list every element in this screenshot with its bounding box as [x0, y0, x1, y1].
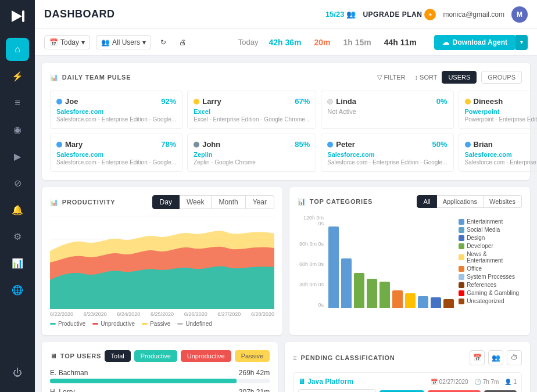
- category-bar-2: [354, 273, 364, 308]
- y-axis-label: 120h 0m 0s: [298, 215, 324, 226]
- sort-date-icon: 📅: [473, 354, 482, 362]
- pulse-app-name[interactable]: Salesforce.com: [56, 108, 176, 115]
- sidebar-item-analytics[interactable]: 📊: [6, 251, 29, 275]
- pending-users: 👤 1: [504, 379, 517, 385]
- inactive-status: Not Active: [327, 108, 447, 115]
- block-icon: ⊘: [14, 178, 22, 189]
- sidebar-item-notifications[interactable]: 🔔: [6, 198, 29, 221]
- bar: [380, 282, 390, 308]
- legend-dot: [177, 323, 183, 325]
- top-users-card: 🖥 TOP USERS Total Productive Unproductiv…: [42, 342, 278, 392]
- top-user-row: H. Lorry 207h 21m: [50, 388, 270, 392]
- home-icon: ⌂: [15, 44, 20, 55]
- sidebar-item-home[interactable]: ⌂: [6, 38, 29, 61]
- sidebar-item-lightning[interactable]: ⚡: [6, 64, 29, 88]
- bell-icon: 🔔: [12, 204, 23, 215]
- upgrade-icon: +: [424, 9, 436, 20]
- filter-icon: ▽: [377, 74, 382, 81]
- print-button[interactable]: 🖨: [176, 36, 189, 49]
- pulse-percentage: 0%: [436, 97, 448, 106]
- sidebar-item-reports[interactable]: ≡: [6, 91, 29, 114]
- users-tab[interactable]: USERS: [442, 71, 477, 84]
- legend-color-dot: [459, 290, 464, 296]
- tab-productive[interactable]: Productive: [134, 350, 177, 362]
- category-bar-1: [341, 258, 352, 308]
- tab-year[interactable]: Year: [246, 195, 274, 209]
- status-dot: [56, 99, 62, 105]
- video-icon: ▶: [14, 151, 21, 162]
- legend-label: Undefined: [185, 321, 212, 327]
- pulse-app-name[interactable]: Powerpoint: [465, 108, 538, 115]
- sort-by-users-button[interactable]: 👥: [488, 350, 503, 365]
- legend-label: Unproductive: [101, 321, 135, 327]
- bar: [431, 297, 441, 308]
- download-caret-button[interactable]: ▾: [515, 35, 528, 50]
- settings-icon: ⚙: [13, 231, 22, 242]
- row3: 🖥 TOP USERS Total Productive Unproductiv…: [42, 342, 530, 392]
- tab-day[interactable]: Day: [152, 195, 180, 209]
- status-dot: [327, 99, 333, 105]
- pulse-app-name[interactable]: Excel: [194, 108, 310, 115]
- tab-passive[interactable]: Passive: [235, 350, 270, 362]
- legend-label: Social Media: [467, 226, 500, 233]
- tab-unproductive[interactable]: Unproductive: [181, 350, 231, 362]
- sidebar-item-block[interactable]: ⊘: [6, 171, 29, 195]
- legend-label: Entertainment: [467, 218, 503, 225]
- all-users-filter-button[interactable]: 👥 All Users ▾: [96, 35, 151, 49]
- sidebar-item-globe[interactable]: 🌐: [6, 278, 29, 301]
- tab-applications[interactable]: Applications: [437, 195, 484, 208]
- pulse-grid: Joe 92% Salesforce.com Salesforce.com - …: [50, 91, 522, 172]
- user-name: H. Lorry: [50, 388, 75, 392]
- sort-by-date-button[interactable]: 📅: [470, 350, 485, 365]
- pulse-user-name: Mary: [56, 140, 83, 149]
- pulse-app-name[interactable]: Salesforce.com: [56, 151, 176, 158]
- category-legend-item: Uncategorized: [459, 298, 522, 304]
- legend-color-dot: [459, 227, 464, 233]
- category-bar-9: [443, 299, 454, 308]
- pending-app-name[interactable]: 🖥 Java Platform: [298, 377, 353, 386]
- pulse-app-name[interactable]: Salesforce.com: [465, 151, 538, 158]
- categories-chart: 120h 0m 0s90h 0m 0s60h 0m 0s30h 0m 0s0s …: [298, 215, 522, 308]
- category-legend-item: Office: [459, 265, 522, 272]
- sidebar-item-settings[interactable]: ⚙: [6, 225, 29, 248]
- groups-tab[interactable]: GROUPS: [481, 71, 522, 84]
- upgrade-plan-button[interactable]: UPGRADE PLAN +: [363, 9, 436, 20]
- category-bars: [328, 215, 454, 308]
- download-agent-button[interactable]: ☁ Download Agent: [434, 35, 515, 50]
- pulse-app-name[interactable]: Zeplin: [194, 151, 310, 158]
- category-select[interactable]: Select a Category...: [298, 389, 376, 392]
- legend-color-dot: [459, 235, 464, 241]
- sort-label[interactable]: ↕ SORT: [415, 74, 438, 81]
- refresh-button[interactable]: ↻: [157, 36, 170, 49]
- today-filter-button[interactable]: 📅 Today ▾: [44, 35, 90, 49]
- filter-label[interactable]: ▽ FILTER: [377, 74, 405, 81]
- productivity-icon: 📊: [50, 199, 59, 206]
- daily-team-pulse-card: 📊 DAILY TEAM PULSE ▽ FILTER ↕ SORT USERS…: [42, 63, 530, 180]
- x-label: 6/25/2020: [151, 311, 174, 317]
- tab-total[interactable]: Total: [105, 350, 131, 362]
- sidebar-item-power[interactable]: ⏻: [6, 361, 29, 384]
- y-axis-label: 0s: [298, 302, 324, 308]
- user-email: monica@gmail.com: [443, 10, 504, 19]
- calendar-icon: 📅: [49, 38, 58, 46]
- tab-month[interactable]: Month: [212, 195, 245, 209]
- y-axis-label: 30h 0m 0s: [298, 282, 324, 287]
- pulse-app-name[interactable]: Salesforce.com: [327, 151, 447, 158]
- tab-week[interactable]: Week: [180, 195, 212, 209]
- legend-label: Design: [467, 235, 485, 241]
- pending-controls: 📅 👥 ⏱: [470, 350, 522, 365]
- user-icon: 👤: [504, 379, 511, 385]
- sort-by-time-button[interactable]: ⏱: [507, 350, 522, 365]
- tab-all[interactable]: All: [417, 195, 436, 208]
- pulse-user-header: Dineesh 73%: [465, 97, 538, 106]
- pulse-app-desc: Powerpoint - Enterprise Edition - Google…: [465, 116, 538, 123]
- sidebar-item-camera[interactable]: ◉: [6, 118, 29, 141]
- category-legend-item: Developer: [459, 243, 522, 249]
- pulse-user-header: Linda 0%: [327, 97, 447, 106]
- sidebar-item-video[interactable]: ▶: [6, 145, 29, 168]
- refresh-icon: ↻: [160, 38, 166, 46]
- clock-icon: 🕐: [474, 379, 481, 385]
- globe-icon: 🌐: [12, 285, 23, 296]
- tab-websites[interactable]: Websites: [484, 195, 522, 208]
- time-period-label: Today: [238, 38, 259, 46]
